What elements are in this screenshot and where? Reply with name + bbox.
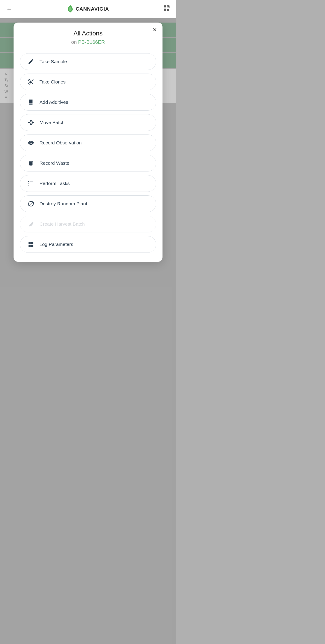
checklist-icon xyxy=(27,180,35,188)
add-additives-button[interactable]: Add Additives xyxy=(20,94,156,110)
destroy-random-plant-button[interactable]: Destroy Random Plant xyxy=(20,196,156,212)
modal-close-button[interactable]: ✕ xyxy=(152,27,157,32)
svg-rect-3 xyxy=(168,6,169,8)
modal-subtitle-id: PB-B166ER xyxy=(78,39,105,45)
scissors-icon xyxy=(27,78,35,86)
grid-icon xyxy=(27,240,35,248)
create-harvest-batch-button[interactable]: Create Harvest Batch xyxy=(20,216,156,232)
move-batch-label: Move Batch xyxy=(40,120,64,125)
perform-tasks-label: Perform Tasks xyxy=(40,181,70,186)
logo: CANNAVIGIA xyxy=(66,5,109,13)
take-sample-button[interactable]: Take Sample xyxy=(20,53,156,70)
move-icon xyxy=(27,118,35,126)
eye-icon xyxy=(27,139,35,147)
svg-rect-6 xyxy=(167,9,168,10)
log-parameters-button[interactable]: Log Parameters xyxy=(20,236,156,253)
svg-rect-1 xyxy=(164,6,166,8)
modal-subtitle: on PB-B166ER xyxy=(20,39,156,45)
svg-rect-5 xyxy=(164,9,166,10)
destroy-random-plant-label: Destroy Random Plant xyxy=(40,201,87,206)
svg-rect-10 xyxy=(28,182,29,182)
svg-rect-8 xyxy=(167,10,168,11)
svg-rect-9 xyxy=(168,10,169,11)
pencil-icon xyxy=(27,58,35,66)
record-observation-button[interactable]: Record Observation xyxy=(20,134,156,151)
record-observation-label: Record Observation xyxy=(40,140,82,146)
create-harvest-batch-label: Create Harvest Batch xyxy=(40,221,85,227)
action-list: Take Sample Take Clones Add Additi xyxy=(20,53,156,253)
app-header: ← CANNAVIGIA xyxy=(0,0,176,18)
trash-icon xyxy=(27,159,35,167)
move-batch-button[interactable]: Move Batch xyxy=(20,114,156,131)
take-clones-label: Take Clones xyxy=(40,79,66,84)
cross-arrows-icon xyxy=(27,200,35,208)
modal-subtitle-prefix: on xyxy=(71,39,78,45)
back-button[interactable]: ← xyxy=(6,6,12,13)
qr-icon xyxy=(164,5,170,12)
qr-button[interactable] xyxy=(164,5,170,13)
stack-icon xyxy=(27,98,35,106)
record-waste-button[interactable]: Record Waste xyxy=(20,155,156,172)
log-parameters-label: Log Parameters xyxy=(40,242,73,247)
modal-overlay: ✕ All Actions on PB-B166ER Take Sample xyxy=(0,0,176,644)
take-sample-label: Take Sample xyxy=(40,59,67,64)
svg-rect-7 xyxy=(168,9,169,10)
record-waste-label: Record Waste xyxy=(40,160,69,166)
all-actions-modal: ✕ All Actions on PB-B166ER Take Sample xyxy=(14,22,162,262)
leaf-icon xyxy=(27,220,35,228)
perform-tasks-button[interactable]: Perform Tasks xyxy=(20,175,156,192)
modal-title: All Actions xyxy=(20,30,156,37)
logo-text: CANNAVIGIA xyxy=(76,6,109,12)
logo-leaf-icon xyxy=(66,5,74,13)
add-additives-label: Add Additives xyxy=(40,100,68,105)
take-clones-button[interactable]: Take Clones xyxy=(20,74,156,90)
